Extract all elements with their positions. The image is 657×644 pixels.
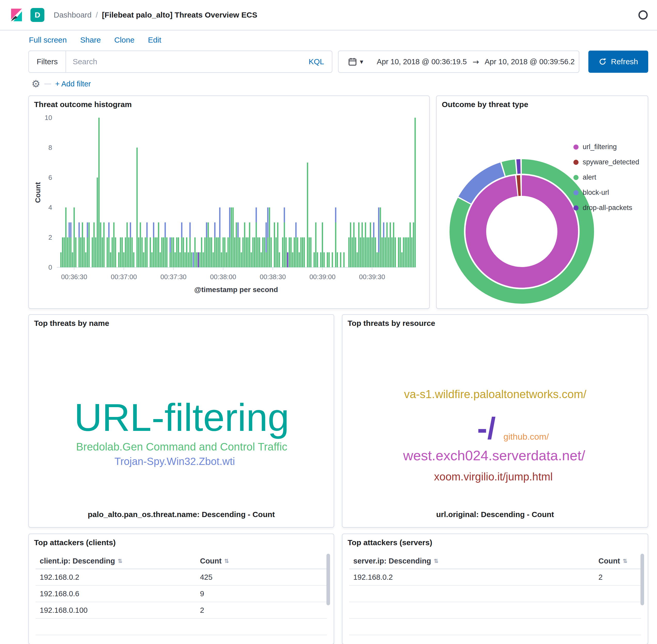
- legend-swatch: [573, 205, 579, 210]
- servers-table: server.ip: Descending ⇅ Count ⇅ 192.168.…: [349, 553, 641, 644]
- panel-threat-outcome-histogram: Threat outcome histogram 024681000:36:30…: [28, 95, 430, 309]
- count-cell: 9: [196, 590, 327, 598]
- table-row: 192.168.0.6 9: [36, 586, 327, 602]
- client-ip-cell: 192.168.0.2: [36, 573, 196, 581]
- tag-url-filtering[interactable]: URL-filtering: [74, 395, 289, 440]
- legend-swatch: [573, 175, 579, 180]
- legend-swatch: [573, 160, 579, 165]
- calendar-menu-button[interactable]: ▾: [339, 51, 372, 72]
- refresh-button[interactable]: Refresh: [588, 51, 648, 73]
- table-header-row: server.ip: Descending ⇅ Count ⇅: [349, 553, 641, 569]
- table-row-empty: [349, 586, 641, 602]
- tag-github-url[interactable]: github.com/: [503, 432, 549, 442]
- tag-virgilio-url[interactable]: xoom.virgilio.it/jump.html: [434, 470, 553, 483]
- filter-controls: ⚙ + Add filter: [31, 79, 91, 89]
- column-header-label: server.ip: Descending: [353, 557, 431, 565]
- date-range-start[interactable]: Apr 10, 2018 @ 00:36:19.5: [372, 57, 471, 66]
- full-screen-link[interactable]: Full screen: [29, 36, 67, 44]
- column-header-count[interactable]: Count ⇅: [196, 557, 327, 565]
- chevron-down-icon: ▾: [360, 58, 363, 66]
- svg-text:00:39:00: 00:39:00: [310, 273, 336, 281]
- kibana-logo-icon: [9, 8, 24, 22]
- filters-button[interactable]: Filters: [29, 51, 66, 72]
- svg-text:0: 0: [48, 263, 52, 271]
- count-cell: 2: [196, 606, 327, 615]
- client-ip-cell: 192.168.0.100: [36, 606, 196, 615]
- sort-icon[interactable]: ⇅: [118, 558, 122, 564]
- app-header: D Dashboard / [Filebeat palo_alto] Threa…: [0, 0, 657, 30]
- edit-link[interactable]: Edit: [148, 36, 161, 44]
- tag-dash-slash[interactable]: -/: [477, 411, 496, 446]
- panel-top-threats-by-name: Top threats by name URL-filtering Bredol…: [28, 314, 334, 528]
- tag-wildfire-url[interactable]: va-s1.wildfire.paloaltonetworks.com/: [404, 388, 587, 401]
- count-cell: 2: [594, 573, 641, 581]
- server-ip-cell: 192.168.0.2: [349, 573, 594, 581]
- breadcrumb-dashboard[interactable]: Dashboard: [54, 10, 92, 19]
- tag-bredolab[interactable]: Bredolab.Gen Command and Control Traffic: [76, 441, 288, 453]
- svg-text:Count: Count: [34, 182, 42, 203]
- table-row-empty: [36, 619, 327, 635]
- tag-trojan-spy[interactable]: Trojan-Spy.Win32.Zbot.wti: [115, 456, 235, 467]
- user-menu-icon[interactable]: [638, 10, 648, 20]
- legend-label: drop-all-packets: [583, 204, 632, 212]
- panel-title: Top attackers (servers): [347, 538, 432, 547]
- kibana-logo[interactable]: [9, 8, 24, 22]
- svg-text:00:37:00: 00:37:00: [111, 273, 137, 281]
- svg-text:00:38:30: 00:38:30: [259, 273, 286, 281]
- svg-text:6: 6: [48, 174, 52, 181]
- filter-divider: [44, 84, 51, 84]
- legend-swatch: [573, 190, 579, 195]
- search-input[interactable]: [66, 57, 301, 66]
- legend-item-spyware-detected[interactable]: spyware_detected: [573, 158, 639, 166]
- column-header-count[interactable]: Count ⇅: [594, 557, 641, 565]
- legend-item-block-url[interactable]: block-url: [573, 189, 639, 197]
- svg-text:@timestamp per second: @timestamp per second: [194, 285, 278, 294]
- legend-label: url_filtering: [583, 143, 617, 151]
- kql-button[interactable]: KQL: [301, 57, 332, 66]
- table-row: 192.168.0.100 2: [36, 602, 327, 619]
- sort-icon[interactable]: ⇅: [224, 558, 229, 564]
- panel-title: Top threats by resource: [347, 319, 435, 328]
- legend-item-alert[interactable]: alert: [573, 174, 639, 181]
- svg-text:00:38:00: 00:38:00: [210, 273, 236, 281]
- date-range-end[interactable]: Apr 10, 2018 @ 00:39:56.2: [480, 57, 579, 66]
- panel-title: Top threats by name: [34, 319, 109, 328]
- share-link[interactable]: Share: [80, 36, 101, 44]
- refresh-icon: [598, 58, 607, 66]
- panel-title: Top attackers (clients): [34, 538, 116, 547]
- sort-icon[interactable]: ⇅: [623, 558, 627, 564]
- sort-icon[interactable]: ⇅: [433, 558, 438, 564]
- table-row-empty: [349, 602, 641, 619]
- panel-top-attackers-servers: Top attackers (servers) server.ip: Desce…: [342, 534, 648, 644]
- panel-outcome-by-threat-type: Outcome by threat type url_filtering spy…: [436, 95, 648, 309]
- column-header-label: Count: [598, 557, 620, 565]
- column-header-client-ip[interactable]: client.ip: Descending ⇅: [36, 557, 196, 565]
- legend-item-drop-all-packets[interactable]: drop-all-packets: [573, 204, 639, 212]
- clients-table: client.ip: Descending ⇅ Count ⇅ 192.168.…: [36, 553, 327, 644]
- clone-link[interactable]: Clone: [114, 36, 134, 44]
- legend-label: alert: [583, 174, 596, 181]
- svg-text:00:37:30: 00:37:30: [160, 273, 186, 281]
- count-cell: 425: [196, 573, 327, 581]
- legend-label: spyware_detected: [583, 158, 639, 166]
- query-bar: Filters KQL ▾ Apr 10, 2018 @ 00:36:19.5 …: [28, 51, 648, 73]
- space-avatar[interactable]: D: [30, 8, 44, 22]
- table-row: 192.168.0.2 2: [349, 569, 641, 586]
- client-ip-cell: 192.168.0.6: [36, 590, 196, 598]
- tag-serverdata-url[interactable]: west.exch024.serverdata.net/: [403, 447, 585, 463]
- table-row-empty: [349, 635, 641, 644]
- panel-top-threats-by-resource: Top threats by resource va-s1.wildfire.p…: [342, 314, 648, 528]
- gear-icon[interactable]: ⚙: [31, 79, 40, 89]
- add-filter-link[interactable]: + Add filter: [55, 80, 91, 88]
- svg-text:2: 2: [48, 233, 52, 241]
- table-scrollbar[interactable]: [640, 554, 644, 605]
- breadcrumb: Dashboard / [Filebeat palo_alto] Threats…: [54, 10, 257, 19]
- calendar-icon: [348, 57, 357, 66]
- svg-text:4: 4: [48, 204, 52, 211]
- table-scrollbar[interactable]: [326, 554, 330, 605]
- legend-item-url-filtering[interactable]: url_filtering: [573, 143, 639, 151]
- column-header-server-ip[interactable]: server.ip: Descending ⇅: [349, 557, 594, 565]
- svg-text:00:39:30: 00:39:30: [359, 273, 385, 281]
- page-title: [Filebeat palo_alto] Threats Overview EC…: [102, 10, 257, 19]
- histogram-chart[interactable]: 024681000:36:3000:37:0000:37:3000:38:000…: [33, 113, 423, 298]
